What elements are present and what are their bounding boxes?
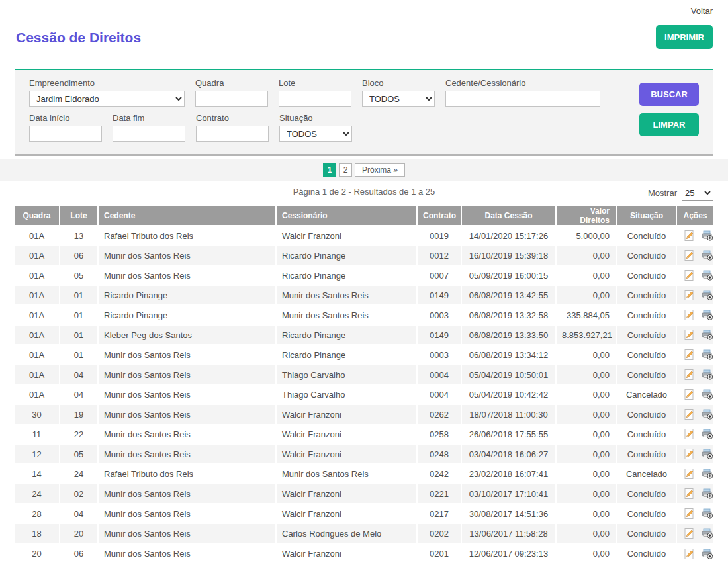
table-row: 01A01Munir dos Santos ReisRicardo Pinang… <box>15 345 713 365</box>
print-icon[interactable] <box>702 290 713 300</box>
print-icon[interactable] <box>702 508 713 519</box>
print-icon[interactable] <box>702 250 713 261</box>
print-icon[interactable] <box>702 469 713 479</box>
results-bar: Página 1 de 2 - Resultados de 1 a 25 Mos… <box>0 187 728 201</box>
cell-valor-direitos: 0,00 <box>556 365 617 384</box>
print-icon[interactable] <box>702 349 713 360</box>
cell-data-cessao: 12/06/2017 09:23:13 <box>461 543 556 563</box>
mostrar-label: Mostrar <box>648 188 677 198</box>
edit-icon[interactable] <box>684 290 695 300</box>
print-icon[interactable] <box>702 488 713 499</box>
data-fim-input[interactable] <box>113 126 185 142</box>
cessao-table: Quadra Lote Cedente Cessionário Contrato… <box>15 206 713 563</box>
print-icon[interactable] <box>702 270 713 281</box>
cell-quadra: 01A <box>15 365 60 384</box>
pagination: 1 2 Próxima » <box>0 159 728 181</box>
page-button-1[interactable]: 1 <box>323 163 336 177</box>
cell-contrato: 0262 <box>417 404 461 424</box>
table-row: 01A06Munir dos Santos ReisRicardo Pinang… <box>15 246 713 265</box>
cell-contrato: 0004 <box>417 365 461 384</box>
cell-quadra: 30 <box>15 404 60 424</box>
page-button-2[interactable]: 2 <box>339 163 352 177</box>
data-inicio-input[interactable] <box>29 126 102 142</box>
cell-valor-direitos: 0,00 <box>556 246 617 265</box>
cell-quadra: 01A <box>15 325 60 345</box>
print-icon[interactable] <box>702 528 713 539</box>
cell-situacao: Concluído <box>617 523 676 543</box>
edit-icon[interactable] <box>684 389 695 400</box>
cedente-cessionario-input[interactable] <box>445 91 600 107</box>
next-page-button[interactable]: Próxima » <box>355 163 405 177</box>
table-row: 01A04Munir dos Santos ReisThiago Carvalh… <box>15 365 713 384</box>
cell-valor-direitos: 0,00 <box>556 444 617 464</box>
cell-acoes <box>676 246 713 265</box>
cell-contrato: 0012 <box>417 246 461 265</box>
table-row: 01A01Ricardo PinangeMunir dos Santos Rei… <box>15 285 713 305</box>
cell-cedente: Munir dos Santos Reis <box>98 444 276 464</box>
print-icon[interactable] <box>702 549 713 559</box>
empreendimento-select[interactable]: Jardim Eldorado <box>29 91 185 107</box>
print-icon[interactable] <box>702 369 713 380</box>
cell-lote: 05 <box>60 444 98 464</box>
cell-acoes <box>676 265 713 285</box>
cell-cessionario: Ricardo Pinange <box>276 345 417 365</box>
col-data-cessao: Data Cessão <box>461 206 556 226</box>
cell-data-cessao: 06/08/2019 13:32:58 <box>461 305 556 325</box>
print-icon[interactable] <box>702 230 713 241</box>
cell-cedente: Munir dos Santos Reis <box>98 424 276 444</box>
print-icon[interactable] <box>702 389 713 400</box>
buscar-button[interactable]: BUSCAR <box>639 83 699 106</box>
mostrar-select[interactable]: 25 <box>682 185 713 201</box>
limpar-button[interactable]: LIMPAR <box>639 113 699 136</box>
print-icon[interactable] <box>702 409 713 420</box>
edit-icon[interactable] <box>684 549 695 559</box>
cell-acoes <box>676 305 713 325</box>
table-row: 1424Rafael Tributo dos ReisMunir dos San… <box>15 464 713 484</box>
edit-icon[interactable] <box>684 369 695 380</box>
situacao-select[interactable]: TODOS <box>279 126 352 142</box>
edit-icon[interactable] <box>684 349 695 360</box>
cell-acoes <box>676 404 713 424</box>
print-icon[interactable] <box>702 429 713 439</box>
col-cessionario: Cessionário <box>276 206 417 226</box>
quadra-input[interactable] <box>195 91 268 107</box>
cell-acoes <box>676 285 713 305</box>
edit-icon[interactable] <box>684 429 695 439</box>
cell-cedente: Rafael Tributo dos Reis <box>98 226 276 246</box>
field-quadra: Quadra <box>195 78 268 107</box>
cell-quadra: 01A <box>15 285 60 305</box>
cell-situacao: Concluído <box>617 404 676 424</box>
edit-icon[interactable] <box>684 330 695 340</box>
edit-icon[interactable] <box>684 469 695 479</box>
edit-icon[interactable] <box>684 230 695 241</box>
edit-icon[interactable] <box>684 250 695 261</box>
field-data-fim: Data fim <box>113 113 185 142</box>
edit-icon[interactable] <box>684 449 695 459</box>
cell-data-cessao: 26/06/2018 17:55:55 <box>461 424 556 444</box>
cell-data-cessao: 14/01/2020 15:17:26 <box>461 226 556 246</box>
edit-icon[interactable] <box>684 508 695 519</box>
cell-situacao: Concluído <box>617 285 676 305</box>
edit-icon[interactable] <box>684 310 695 320</box>
edit-icon[interactable] <box>684 488 695 499</box>
cell-quadra: 01A <box>15 246 60 265</box>
cell-quadra: 24 <box>15 484 60 504</box>
table-row: 2402Munir dos Santos ReisWalcir Franzoni… <box>15 484 713 504</box>
cell-lote: 01 <box>60 325 98 345</box>
print-icon[interactable] <box>702 330 713 340</box>
voltar-link[interactable]: Voltar <box>691 6 713 16</box>
edit-icon[interactable] <box>684 409 695 420</box>
col-lote: Lote <box>60 206 98 226</box>
edit-icon[interactable] <box>684 528 695 539</box>
lote-input[interactable] <box>279 91 351 107</box>
edit-icon[interactable] <box>684 270 695 281</box>
print-icon[interactable] <box>702 310 713 320</box>
cell-cedente: Munir dos Santos Reis <box>98 246 276 265</box>
bloco-select[interactable]: TODOS <box>362 91 435 107</box>
col-quadra: Quadra <box>15 206 60 226</box>
cell-lote: 13 <box>60 226 98 246</box>
imprimir-button[interactable]: IMPRIMIR <box>656 25 713 49</box>
contrato-input[interactable] <box>196 126 269 142</box>
print-icon[interactable] <box>702 449 713 459</box>
cell-situacao: Concluído <box>617 265 676 285</box>
